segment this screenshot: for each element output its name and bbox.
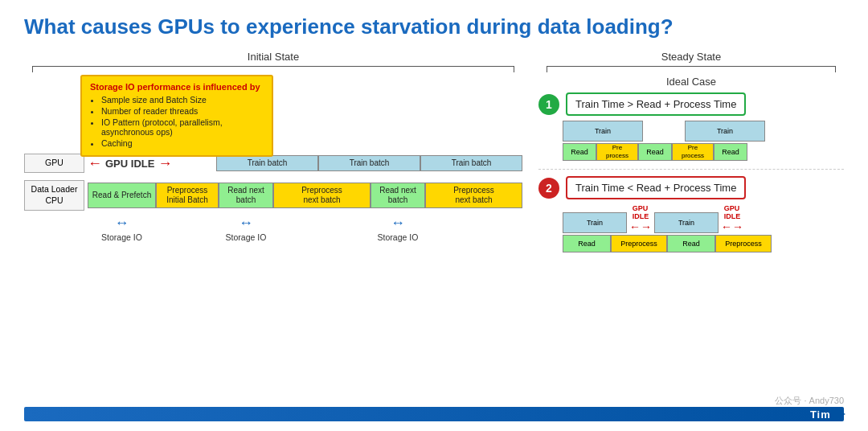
case-2-timeline: Train GPUIDLE ←→ Train GPUIDLE ←→ Read P… (563, 204, 844, 252)
read-prefetch-block: Read & Prefetch (88, 183, 156, 208)
steady-state-section: Steady State Ideal Case 1 Train Time > R… (522, 51, 844, 261)
ideal-case-label: Ideal Case (538, 76, 844, 88)
gpu-idle-label-2: GPUIDLE (724, 204, 741, 220)
preprocess-next-2-block: Preprocessnext batch (425, 183, 522, 208)
case-1-cpu-row: Read Preprocess Read Preprocess Read (563, 143, 844, 161)
initial-state-label: Initial State (24, 51, 522, 63)
storage-io-label-2: Storage IO (226, 232, 267, 242)
gpu-label: GPU (24, 154, 84, 173)
time-bar: Time (24, 407, 844, 421)
case-2-read-1: Read (563, 235, 611, 252)
case-1-box: Train Time > Read + Process Time (566, 92, 746, 116)
preprocess-next-1-block: Preprocessnext batch (273, 183, 371, 208)
case-1-train-2: Train (685, 121, 765, 142)
case-2-train-2: Train (654, 212, 719, 233)
train-batch-1: Train batch (216, 155, 318, 171)
gpu-blocks: Train batch Train batch Train batch (216, 155, 522, 171)
info-box-title: Storage IO performance is influenced by (90, 82, 264, 92)
storage-io-2: ↔ Storage IO (219, 215, 273, 242)
info-box-list: Sample size and Batch Size Number of rea… (90, 95, 264, 148)
case-2-cpu-row: Read Preprocess Read Preprocess (563, 235, 844, 252)
case-1-read-2: Read (638, 143, 672, 161)
cpu-blocks: Read & Prefetch PreprocessInitial Batch … (88, 183, 522, 208)
gpu-idle-indicator: ← GPU IDLE → (88, 155, 172, 172)
case-1-train-1: Train (563, 121, 643, 142)
storage-io-arrow-1: ↔ (115, 215, 129, 232)
read-next-2-block: Read nextbatch (371, 183, 425, 208)
timeline-area: GPU ← GPU IDLE → Train batch Train batch… (24, 149, 522, 242)
storage-io-arrow-3: ↔ (391, 215, 405, 232)
steady-state-label: Steady State (538, 51, 844, 63)
watermark: 公众号 · Andy730 (775, 395, 844, 407)
case-2-gpu-row: Train GPUIDLE ←→ Train GPUIDLE ←→ (563, 204, 844, 233)
train-batch-3: Train batch (420, 155, 522, 171)
preprocess-initial-block: PreprocessInitial Batch (156, 183, 219, 208)
case-1-read-3: Read (714, 143, 747, 161)
page-title: What causes GPUs to experience starvatio… (24, 14, 844, 39)
case-1-row: 1 Train Time > Read + Process Time (538, 92, 844, 116)
cpu-label: Data Loader CPU (24, 180, 84, 210)
arrow-left-icon: ← (88, 155, 102, 172)
gpu-idle-arrow-2: ←→ (721, 220, 743, 233)
read-next-1-block: Read nextbatch (219, 183, 273, 208)
case-2-read-2: Read (667, 235, 715, 252)
gpu-idle-text: GPU IDLE (105, 158, 154, 170)
time-arrow-icon (831, 407, 845, 421)
case-1-preprocess-2: Preprocess (672, 143, 714, 161)
case-2-train-1: Train (563, 212, 627, 233)
info-item-3: IO Pattern (protocol, parallelism, async… (101, 117, 264, 137)
case-1-timeline: Train Train Read Preprocess Read Preproc… (563, 121, 844, 161)
case-2-preprocess-1: Preprocess (611, 235, 667, 252)
steady-bracket (547, 66, 836, 72)
page: What causes GPUs to experience starvatio… (0, 0, 868, 431)
storage-io-row: ↔ Storage IO ↔ Storage IO ↔ Storage IO (24, 215, 522, 242)
cpu-row: Data Loader CPU Read & Prefetch Preproce… (24, 180, 522, 211)
info-item-1: Sample size and Batch Size (101, 95, 264, 105)
info-item-4: Caching (101, 138, 264, 148)
storage-io-label-1: Storage IO (101, 232, 142, 242)
case-1-badge: 1 (538, 94, 559, 115)
info-box: Storage IO performance is influenced by … (80, 75, 273, 157)
storage-io-1: ↔ Storage IO (88, 215, 156, 242)
case-1-preprocess-1: Preprocess (596, 143, 638, 161)
storage-io-arrow-2: ↔ (239, 215, 253, 232)
train-batch-2: Train batch (318, 155, 420, 171)
main-content: Initial State Storage IO performance is … (24, 51, 844, 261)
storage-io-label-3: Storage IO (378, 232, 419, 242)
initial-bracket (32, 66, 514, 72)
case-2-box: Train Time < Read + Process Time (566, 176, 746, 199)
case-1-gpu-row: Train Train (563, 121, 844, 142)
case-2-row: 2 Train Time < Read + Process Time (538, 176, 844, 199)
storage-io-3: ↔ Storage IO (273, 215, 522, 242)
initial-state-section: Initial State Storage IO performance is … (24, 51, 522, 261)
case-2-preprocess-2: Preprocess (715, 235, 772, 252)
gpu-idle-arrow-1: ←→ (629, 220, 652, 233)
gpu-idle-label-1: GPUIDLE (633, 204, 649, 220)
case-2-badge: 2 (538, 178, 559, 199)
case-1-read-1: Read (563, 143, 596, 161)
info-item-2: Number of reader threads (101, 106, 264, 116)
arrow-right-icon: → (158, 155, 172, 172)
case-divider (538, 169, 844, 170)
